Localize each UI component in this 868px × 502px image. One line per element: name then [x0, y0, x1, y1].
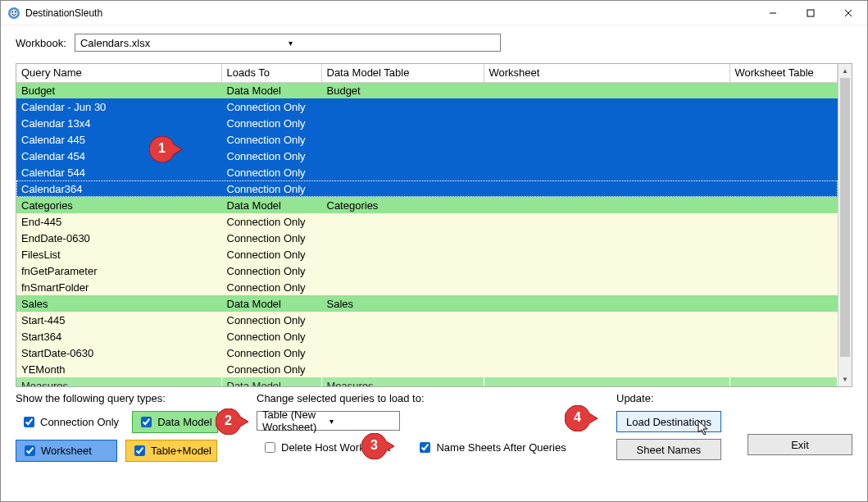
scrollbar-thumb[interactable] [840, 78, 850, 357]
bottom-panel: Show the following query types: Connecti… [1, 387, 867, 470]
table-row[interactable]: End-445Connection Only [16, 213, 838, 230]
exit-button[interactable]: Exit [748, 434, 852, 455]
table-row[interactable]: Calendar 454Connection Only [16, 148, 838, 164]
minimize-button[interactable] [754, 1, 792, 25]
table-row[interactable]: Calendar 13x4Connection Only [16, 115, 838, 131]
table-row[interactable]: Start364Connection Only [16, 328, 838, 345]
svg-rect-5 [807, 10, 814, 16]
update-label: Update: [616, 392, 721, 404]
table-row[interactable]: YEMonthConnection Only [16, 361, 838, 377]
filter-label: Show the following query types: [16, 392, 229, 404]
app-icon [7, 7, 20, 20]
load-to-select[interactable]: Table (New Worksheet) ▾ [257, 411, 400, 431]
filter-data-model[interactable]: Data Model [132, 411, 217, 433]
svg-point-1 [11, 9, 18, 16]
table-row[interactable]: CategoriesData ModelCategories [16, 197, 838, 213]
workbook-toolbar: Workbook: Calendars.xlsx ▾ [1, 25, 867, 57]
filter-connection-only[interactable]: Connection Only [16, 411, 124, 433]
table-row[interactable]: FilesListConnection Only [16, 246, 838, 262]
col-query-name[interactable]: Query Name [16, 64, 221, 82]
table-row[interactable]: fnGetParameterConnection Only [16, 262, 838, 279]
header-row: Query Name Loads To Data Model Table Wor… [16, 64, 838, 82]
col-data-model-table[interactable]: Data Model Table [321, 64, 484, 82]
window-buttons [754, 1, 867, 25]
query-grid: Query Name Loads To Data Model Table Wor… [16, 63, 852, 387]
table-row[interactable]: EndDate-0630Connection Only [16, 230, 838, 246]
load-destinations-button[interactable]: Load Destinations [616, 411, 721, 432]
table-row[interactable]: SalesData ModelSales [16, 295, 838, 312]
col-worksheet[interactable]: Worksheet [484, 64, 729, 82]
table-row[interactable]: Calendar 544Connection Only [16, 164, 838, 180]
workbook-combo[interactable]: Calendars.xlsx ▾ [75, 34, 501, 52]
table-row[interactable]: fnSmartFolderConnection Only [16, 279, 838, 295]
table-row[interactable]: StartDate-0630Connection Only [16, 345, 838, 361]
col-loads-to[interactable]: Loads To [221, 64, 321, 82]
chevron-down-icon: ▾ [329, 417, 397, 426]
col-worksheet-table[interactable]: Worksheet Table [729, 64, 838, 82]
table-row[interactable]: Calendar 445Connection Only [16, 131, 838, 148]
filter-table-model[interactable]: Table+Model [125, 440, 217, 462]
maximize-button[interactable] [792, 1, 829, 25]
workbook-label: Workbook: [16, 37, 66, 49]
delete-host-worksheet-checkbox[interactable]: Delete Host Worksheet [257, 437, 395, 458]
workbook-value: Calendars.xlsx [80, 37, 289, 49]
titlebar: DestinationSleuth [1, 1, 867, 25]
table-row[interactable]: BudgetData ModelBudget [16, 82, 838, 98]
window-title: DestinationSleuth [25, 7, 754, 19]
table-row[interactable]: MeasuresData ModelMeasures [16, 377, 838, 386]
scroll-down-icon[interactable]: ▼ [838, 372, 852, 386]
name-sheets-after-queries-checkbox[interactable]: Name Sheets After Queries [411, 437, 570, 458]
scroll-up-icon[interactable]: ▲ [838, 64, 852, 78]
filter-worksheet[interactable]: Worksheet [16, 440, 117, 462]
svg-point-3 [15, 11, 16, 12]
chevron-down-icon: ▾ [289, 39, 497, 48]
vertical-scrollbar[interactable]: ▲ ▼ [838, 64, 852, 386]
table-row[interactable]: Calendar - Jun 30Connection Only [16, 98, 838, 115]
table-row[interactable]: Calendar364Connection Only [16, 180, 838, 197]
change-label: Change selected queries to load to: [257, 392, 571, 404]
close-button[interactable] [829, 1, 867, 25]
sheet-names-button[interactable]: Sheet Names [616, 439, 721, 460]
svg-point-2 [11, 11, 13, 12]
table-row[interactable]: Start-445Connection Only [16, 312, 838, 328]
app-window: DestinationSleuth Workbook: Calendars.xl… [0, 0, 868, 502]
